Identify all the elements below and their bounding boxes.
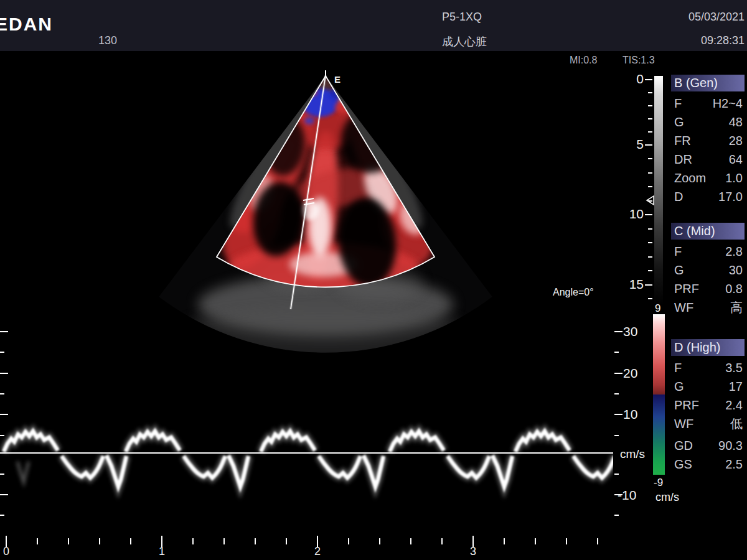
param-value: 高 (730, 298, 743, 317)
param-label: WF (674, 298, 693, 317)
mi-index: MI:0.8 (570, 55, 597, 66)
tick (68, 538, 69, 544)
tick (648, 118, 652, 119)
tick (0, 373, 8, 374)
param-label: DR (674, 150, 692, 169)
param-row: F2.8 (671, 242, 745, 261)
exam-preset: 成人心脏 (442, 34, 487, 49)
param-row: D17.0 (671, 187, 745, 206)
system-time: 09:28:31 (701, 34, 745, 47)
tick (648, 270, 652, 271)
param-label: GD (674, 436, 693, 455)
param-label: D (674, 187, 683, 206)
tick (441, 538, 443, 544)
tick (223, 538, 225, 544)
depth-label: 5 (620, 137, 644, 152)
param-value: 3.5 (725, 358, 743, 377)
patient-id: 130 (98, 34, 117, 47)
tick (255, 538, 256, 544)
param-label: Zoom (674, 169, 706, 187)
tick (0, 474, 4, 475)
param-row: DR64 (671, 150, 745, 169)
brand-logo: EDAN (0, 14, 53, 35)
tick (0, 331, 8, 332)
depth-label: 10 (620, 207, 644, 222)
param-row: FR28 (671, 131, 745, 150)
param-label: G (674, 377, 684, 396)
panel-color-header[interactable]: C (Mid) (671, 223, 745, 240)
param-row: F3.5 (671, 358, 745, 377)
tick (648, 200, 652, 202)
param-label: G (674, 113, 684, 131)
panel-doppler-header[interactable]: D (High) (671, 339, 745, 356)
tick (645, 284, 652, 286)
tick (0, 435, 4, 436)
param-value: 17.0 (718, 187, 743, 206)
param-row: WF低 (671, 414, 745, 433)
param-value: 28 (729, 131, 743, 150)
tick (566, 538, 567, 544)
tick (648, 228, 652, 230)
param-value: 90.3 (718, 436, 743, 455)
param-row: FH2~4 (671, 94, 745, 113)
param-value: 48 (729, 113, 743, 131)
spectral-waveform (4, 404, 638, 487)
tick (648, 105, 652, 106)
velocity-unit: cm/s (620, 447, 645, 461)
tick (0, 352, 4, 353)
tick (192, 538, 194, 544)
param-value: 2.8 (725, 242, 743, 261)
velocity-label: 10 (623, 407, 648, 422)
param-row: GS2.5 (671, 455, 745, 474)
tick (648, 172, 652, 174)
velocity-neg-label: -10 (618, 488, 636, 503)
param-label: GS (674, 455, 692, 474)
tick (348, 538, 349, 544)
param-value: 0.8 (725, 279, 743, 298)
time-label: 1 (153, 545, 171, 558)
cursor-e-marker: E (334, 74, 341, 85)
tick (0, 393, 4, 394)
param-label: G (674, 261, 684, 279)
panel-color: C (Mid) F2.8 G30 PRF0.8 WF高 (671, 223, 745, 317)
param-label: WF (674, 414, 693, 433)
tick (130, 538, 131, 544)
param-row: PRF2.4 (671, 396, 745, 414)
tick (614, 414, 622, 415)
tick (0, 494, 8, 495)
velocity-label: 20 (623, 366, 648, 381)
param-value: 17 (729, 377, 743, 396)
panel-doppler: D (High) F3.5 G17 PRF2.4 WF低 GD90.3 GS2.… (671, 339, 745, 474)
tick (410, 538, 411, 544)
tick (0, 414, 8, 415)
param-label: F (674, 358, 682, 377)
tick (504, 538, 505, 544)
param-value: 30 (729, 261, 743, 279)
param-row: GD90.3 (671, 436, 745, 455)
grayscale-bar (654, 76, 663, 305)
tick (648, 298, 652, 299)
tick (614, 515, 619, 516)
depth-label: 0 (620, 72, 644, 86)
param-row: PRF0.8 (671, 279, 745, 298)
time-label: 3 (464, 545, 482, 558)
probe-model: P5-1XQ (442, 11, 482, 24)
time-label: 0 (0, 545, 16, 558)
top-bar: EDAN 130 P5-1XQ 成人心脏 05/03/2021 09:28:31 (0, 0, 747, 51)
system-date: 05/03/2021 (688, 11, 745, 24)
tick (648, 256, 652, 258)
tick (645, 144, 652, 146)
tick (614, 393, 619, 394)
tick (37, 538, 38, 544)
color-doppler-bar (653, 314, 665, 475)
tick (614, 331, 622, 332)
panel-bmode-header[interactable]: B (Gen) (671, 75, 745, 91)
tick (614, 352, 619, 353)
tick (648, 131, 652, 133)
colorbar-min: -9 (654, 477, 663, 489)
depth-label: 15 (620, 277, 644, 292)
param-value: 64 (729, 150, 743, 169)
tick (614, 474, 619, 475)
tick (645, 79, 652, 80)
tick (614, 373, 622, 374)
